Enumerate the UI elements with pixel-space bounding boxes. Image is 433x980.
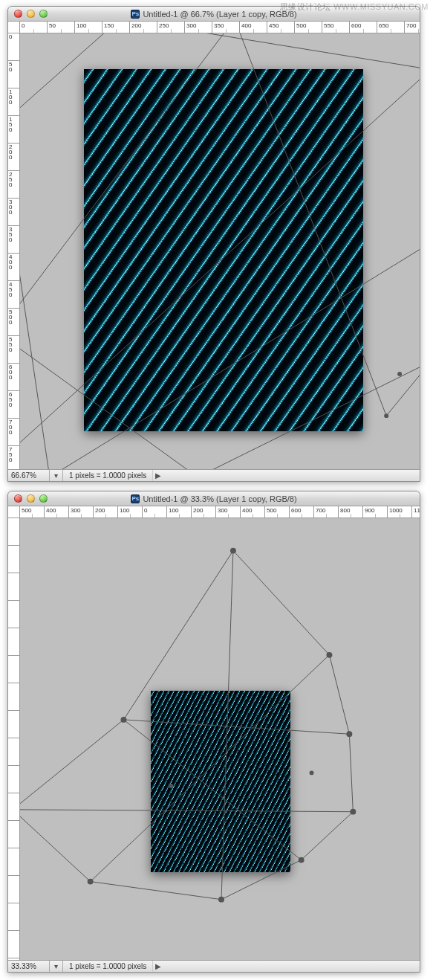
ruler-tick: 300 [216,506,241,518]
ruler-tick: 100 [118,506,143,518]
ruler-tick [8,903,19,931]
ruler-tick: 750 [8,446,19,469]
ruler-tick: 200 [130,22,157,33]
zoom-level-field[interactable]: 33.33% [8,961,50,972]
ruler-tick: 300 [185,22,212,33]
canvas-area[interactable] [20,33,420,469]
document-window-2: Ps Untitled-1 @ 33.3% (Layer 1 copy, RGB… [7,491,420,973]
ruler-tick: 100 [8,88,19,116]
ruler-tick: 700 [405,22,420,33]
ps-file-icon: Ps [131,10,140,19]
ruler-tick: 700 [314,506,339,518]
ruler-tick: 350 [212,22,240,33]
ruler-tick: 400 [8,254,19,281]
document-image[interactable] [84,69,363,431]
ruler-tick [8,848,19,876]
zoom-icon[interactable] [39,494,48,503]
ruler-tick: 600 [350,22,377,33]
svg-point-8 [88,879,94,885]
svg-point-2 [230,548,236,554]
ps-file-icon: Ps [131,494,140,503]
ruler-tick: 300 [69,506,94,518]
ruler-tick: 600 [8,364,19,391]
window-controls [8,10,48,18]
ruler-tick: 250 [157,22,185,33]
ruler-tick [8,876,19,903]
ruler-tick [8,931,19,958]
ruler-tick: 150 [102,22,130,33]
svg-point-7 [218,897,224,903]
ruler-tick: 900 [363,506,388,518]
ruler-tick: 200 [8,144,19,171]
ruler-tick: 450 [267,22,295,33]
ruler-vertical[interactable] [8,518,20,960]
ruler-tick: 350 [8,226,19,254]
svg-point-4 [346,731,352,737]
ruler-tick: 800 [339,506,363,518]
minimize-icon[interactable] [27,494,35,503]
ruler-origin[interactable] [8,506,20,518]
ruler-tick: 50 [8,61,19,88]
ruler-origin[interactable] [8,22,20,33]
ruler-tick [8,793,19,821]
status-flyout-icon[interactable]: ▶ [152,961,163,972]
ruler-tick: 550 [322,22,350,33]
svg-point-11 [310,771,314,776]
titlebar[interactable]: Ps Untitled-1 @ 33.3% (Layer 1 copy, RGB… [8,491,420,506]
window-title: Ps Untitled-1 @ 33.3% (Layer 1 copy, RGB… [8,494,420,503]
ruler-tick [8,766,19,793]
ruler-tick: 650 [8,391,19,419]
ruler-tick: 650 [377,22,405,33]
status-bar: 33.33% ▾ 1 pixels = 1.0000 pixels ▶ [8,960,420,972]
ruler-tick: 550 [8,336,19,364]
ruler-horizontal[interactable]: 5004003002001000100200300400500600700800… [20,506,420,518]
ruler-tick: 500 [8,309,19,336]
close-icon[interactable] [14,494,22,503]
ruler-tick: 0 [143,506,167,518]
ruler-tick [8,821,19,848]
ruler-tick: 400 [240,22,267,33]
minimize-icon[interactable] [27,10,35,18]
ruler-tick [8,601,19,628]
ruler-tick: 400 [45,506,69,518]
svg-point-6 [299,857,305,863]
close-icon[interactable] [14,10,22,18]
status-bar: 66.67% ▾ 1 pixels = 1.0000 pixels ▶ [8,469,420,481]
ruler-tick: 250 [8,171,19,199]
ruler-tick: 150 [8,116,19,144]
ruler-tick: 400 [241,506,265,518]
ruler-tick: 500 [295,22,322,33]
ruler-tick: 1000 [388,506,412,518]
canvas-area[interactable] [20,518,420,960]
ruler-tick [8,738,19,766]
ruler-tick [8,656,19,683]
status-dropdown-icon[interactable]: ▾ [50,470,63,481]
status-info-text: 1 pixels = 1.0000 pixels [63,962,152,970]
ruler-tick: 700 [8,419,19,446]
svg-point-0 [384,413,388,418]
title-text: Untitled-1 @ 33.3% (Layer 1 copy, RGB/8) [143,494,296,503]
ruler-tick: 0 [20,22,48,33]
workarea: 0501001502002503003504004505005506006507… [8,22,420,469]
ruler-vertical[interactable]: 0501001502002503003504004505005506006507… [8,33,20,469]
zoom-icon[interactable] [39,10,48,18]
ruler-tick [8,546,19,573]
workarea: 5004003002001000100200300400500600700800… [8,506,420,960]
ruler-tick [8,711,19,738]
ruler-tick: 600 [290,506,314,518]
status-dropdown-icon[interactable]: ▾ [50,961,63,972]
status-flyout-icon[interactable]: ▶ [152,470,163,481]
svg-point-5 [350,809,356,815]
document-window-1: Ps Untitled-1 @ 66.7% (Layer 1 copy, RGB… [7,6,420,482]
ruler-horizontal[interactable]: 0501001502002503003504004505005506006507… [20,22,420,33]
ruler-tick [8,628,19,656]
ruler-tick: 500 [20,506,45,518]
ruler-tick [8,683,19,711]
ruler-tick [8,518,19,546]
watermark-label: 思缘设计论坛 WWW.MISSYUAN.COM [280,1,429,13]
window-controls [8,494,48,503]
document-image[interactable] [151,691,290,872]
title-text: Untitled-1 @ 66.7% (Layer 1 copy, RGB/8) [143,10,296,19]
ruler-tick: 100 [167,506,192,518]
zoom-level-field[interactable]: 66.67% [8,470,50,481]
